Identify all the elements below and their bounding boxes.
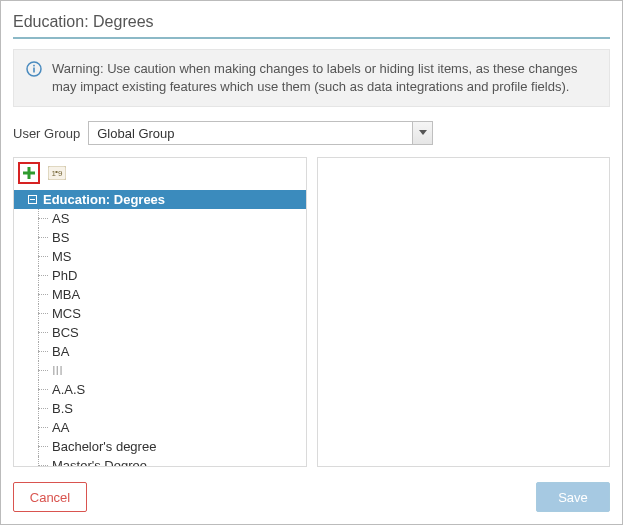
chevron-down-icon [412,122,432,144]
save-button-label: Save [558,490,588,505]
tree-item-label: Bachelor's degree [52,439,156,454]
tree: Education: Degrees ASBSMSPhDMBAMCSBCSBAI… [14,190,306,467]
cancel-button[interactable]: Cancel [13,482,87,512]
tree-item[interactable]: MCS [32,304,306,323]
svg-text:1: 1 [52,169,57,178]
tree-item-label: AA [52,420,69,435]
panes: 1 9 Education: Degrees ASBSMSPhDMBAMCSBC… [13,157,610,467]
user-group-select[interactable]: Global Group [88,121,433,145]
tree-toolbar: 1 9 [14,158,306,190]
tree-item[interactable]: BS [32,228,306,247]
tree-item-label: BS [52,230,69,245]
dialog: Education: Degrees Warning: Use caution … [0,0,623,525]
tree-pane: 1 9 Education: Degrees ASBSMSPhDMBAMCSBC… [13,157,307,467]
tree-item[interactable]: III [32,361,306,380]
footer: Cancel Save [13,482,610,512]
tree-item-label: MS [52,249,72,264]
tree-children: ASBSMSPhDMBAMCSBCSBAIIIA.A.SB.SAABachelo… [14,209,306,467]
warning-banner: Warning: Use caution when making changes… [13,49,610,107]
cancel-button-label: Cancel [30,490,70,505]
tree-item[interactable]: B.S [32,399,306,418]
tree-item-label: BCS [52,325,79,340]
warning-text: Warning: Use caution when making changes… [52,60,597,96]
svg-text:9: 9 [58,169,63,178]
tree-item[interactable]: MBA [32,285,306,304]
tree-item[interactable]: AA [32,418,306,437]
user-group-label: User Group [13,126,80,141]
tree-item-label: PhD [52,268,77,283]
page-title: Education: Degrees [13,11,610,39]
tree-item-label: AS [52,211,69,226]
numbering-toggle-button[interactable]: 1 9 [46,163,68,183]
tree-item-label: B.S [52,401,73,416]
tree-item[interactable]: PhD [32,266,306,285]
save-button[interactable]: Save [536,482,610,512]
tree-item[interactable]: A.A.S [32,380,306,399]
info-icon [26,61,42,77]
tree-item[interactable]: Master's Degree [32,456,306,467]
tree-item-label: III [52,363,63,378]
detail-pane [317,157,611,467]
tree-item[interactable]: BA [32,342,306,361]
add-item-button[interactable] [22,166,36,180]
svg-rect-4 [23,172,35,175]
svg-rect-8 [56,171,58,173]
annotation-highlight [18,162,40,184]
tree-item-label: MCS [52,306,81,321]
tree-root-label: Education: Degrees [43,192,165,207]
collapse-icon[interactable] [28,195,37,204]
tree-item[interactable]: Bachelor's degree [32,437,306,456]
tree-item[interactable]: AS [32,209,306,228]
tree-item[interactable]: MS [32,247,306,266]
svg-rect-1 [33,68,35,73]
svg-rect-2 [33,65,35,67]
tree-item-label: A.A.S [52,382,85,397]
tree-root[interactable]: Education: Degrees [14,190,306,209]
user-group-row: User Group Global Group [13,121,610,145]
tree-item[interactable]: BCS [32,323,306,342]
user-group-selected-value: Global Group [89,126,412,141]
tree-item-label: MBA [52,287,80,302]
tree-item-label: Master's Degree [52,458,147,467]
tree-item-label: BA [52,344,69,359]
